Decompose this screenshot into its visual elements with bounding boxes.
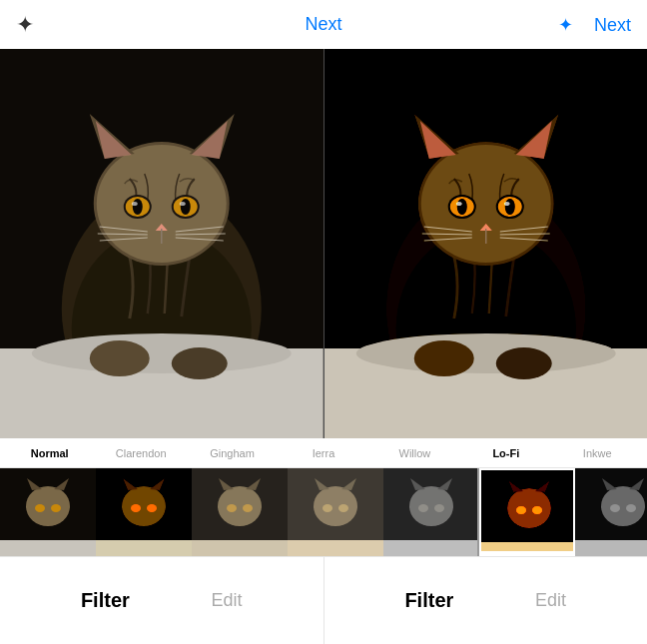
svg-point-63 xyxy=(51,504,61,512)
right-photo-panel xyxy=(324,49,648,438)
svg-point-98 xyxy=(532,506,542,514)
thumb-clarendon[interactable] xyxy=(96,468,192,556)
svg-point-4 xyxy=(32,333,292,373)
header-right: ✦ Next xyxy=(558,14,631,36)
svg-point-91 xyxy=(434,504,444,512)
svg-rect-85 xyxy=(288,540,383,556)
svg-point-17 xyxy=(181,199,191,215)
svg-point-84 xyxy=(338,504,348,512)
svg-point-35 xyxy=(420,145,550,263)
svg-point-27 xyxy=(90,340,150,376)
thumb-gingham[interactable] xyxy=(192,468,288,556)
filter-label-lofi[interactable]: Lo-Fi xyxy=(460,447,551,459)
svg-point-43 xyxy=(455,202,461,206)
left-cat-photo xyxy=(0,49,324,438)
filter-thumbnails xyxy=(0,468,647,556)
svg-rect-92 xyxy=(383,540,479,556)
svg-rect-64 xyxy=(0,540,96,556)
bottom-tabs: Filter Edit Filter Edit xyxy=(0,556,647,644)
svg-point-69 xyxy=(131,504,141,512)
svg-point-14 xyxy=(132,202,138,206)
svg-point-80 xyxy=(314,486,357,526)
thumb-lofi[interactable] xyxy=(479,468,575,556)
filter-label-normal[interactable]: Normal xyxy=(4,447,95,459)
filter-label-gingham[interactable]: Gingham xyxy=(187,447,278,459)
header: ✦ Next ✦ Next xyxy=(0,0,647,49)
svg-point-56 xyxy=(413,340,473,376)
svg-rect-71 xyxy=(96,540,192,556)
svg-point-70 xyxy=(147,504,157,512)
svg-point-33 xyxy=(355,333,615,373)
thumb-sierra[interactable] xyxy=(288,468,383,556)
thumb-normal[interactable] xyxy=(0,468,96,556)
right-tab-section: Filter Edit xyxy=(324,557,648,644)
svg-point-59 xyxy=(26,486,70,526)
svg-point-18 xyxy=(180,202,186,206)
svg-point-83 xyxy=(323,504,332,512)
filter-labels-row: Normal Clarendon Gingham Ierra Willow Lo… xyxy=(0,438,647,468)
svg-point-97 xyxy=(516,506,526,514)
svg-point-90 xyxy=(418,504,428,512)
svg-point-101 xyxy=(601,486,645,526)
svg-point-94 xyxy=(507,488,551,528)
thumb-willow[interactable] xyxy=(383,468,479,556)
photos-area xyxy=(0,49,647,438)
next-button[interactable]: Next xyxy=(594,15,631,35)
svg-point-105 xyxy=(626,504,636,512)
svg-point-28 xyxy=(172,347,228,379)
svg-point-66 xyxy=(122,486,166,526)
magic-wand-icon[interactable]: ✦ xyxy=(16,12,34,38)
svg-point-47 xyxy=(503,202,509,206)
svg-point-104 xyxy=(610,504,620,512)
svg-point-77 xyxy=(243,504,253,512)
left-tab-section: Filter Edit xyxy=(0,557,324,644)
left-photo-panel xyxy=(0,49,324,438)
svg-point-13 xyxy=(133,199,143,215)
left-filter-button[interactable]: Filter xyxy=(81,589,130,612)
filter-label-inkwell[interactable]: Inkwe xyxy=(552,447,643,459)
svg-point-62 xyxy=(35,504,45,512)
filter-label-willow[interactable]: Willow xyxy=(369,447,460,459)
svg-point-46 xyxy=(504,199,514,215)
svg-point-87 xyxy=(409,486,453,526)
right-edit-button[interactable]: Edit xyxy=(535,590,566,611)
svg-point-42 xyxy=(456,199,466,215)
svg-rect-106 xyxy=(575,540,647,556)
svg-rect-99 xyxy=(481,542,575,556)
header-center-title: Next xyxy=(305,14,341,35)
right-filter-button[interactable]: Filter xyxy=(404,589,453,612)
svg-rect-78 xyxy=(192,540,288,556)
header-title: Next xyxy=(305,14,341,34)
filter-label-sierra[interactable]: Ierra xyxy=(278,447,368,459)
svg-point-6 xyxy=(97,145,227,263)
filter-label-clarendon[interactable]: Clarendon xyxy=(95,447,186,459)
svg-point-57 xyxy=(495,347,551,379)
thumb-inkwell[interactable] xyxy=(575,468,647,556)
left-edit-button[interactable]: Edit xyxy=(212,590,243,611)
svg-point-73 xyxy=(218,486,262,526)
magic-wand-icon-right[interactable]: ✦ xyxy=(558,15,573,35)
header-left: ✦ xyxy=(16,12,34,38)
svg-point-76 xyxy=(227,504,237,512)
right-cat-photo xyxy=(324,49,648,438)
